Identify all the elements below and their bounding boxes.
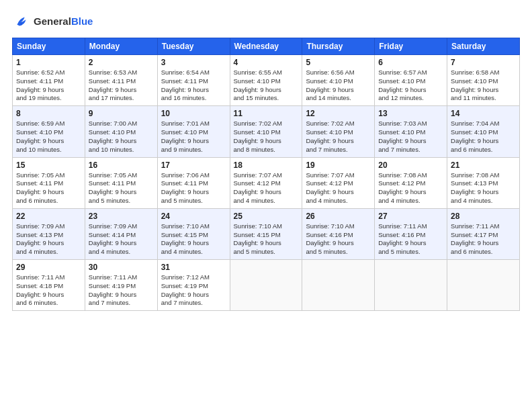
calendar-cell: 19Sunrise: 7:07 AM Sunset: 4:12 PM Dayli…	[302, 157, 375, 208]
day-info: Sunrise: 7:12 AM Sunset: 4:19 PM Dayligh…	[161, 273, 226, 308]
calendar-cell: 28Sunrise: 7:11 AM Sunset: 4:17 PM Dayli…	[447, 208, 520, 259]
calendar-cell: 23Sunrise: 7:09 AM Sunset: 4:14 PM Dayli…	[85, 208, 157, 259]
day-number: 13	[378, 109, 443, 118]
calendar-cell: 15Sunrise: 7:05 AM Sunset: 4:11 PM Dayli…	[13, 157, 85, 208]
day-number: 9	[89, 109, 154, 118]
calendar-cell	[447, 260, 520, 311]
logo-text: GeneralBlue	[34, 15, 93, 28]
calendar-cell: 10Sunrise: 7:01 AM Sunset: 4:10 PM Dayli…	[157, 106, 230, 157]
calendar-cell: 1Sunrise: 6:52 AM Sunset: 4:11 PM Daylig…	[13, 55, 85, 106]
calendar-cell: 14Sunrise: 7:04 AM Sunset: 4:10 PM Dayli…	[447, 106, 520, 157]
col-header-saturday: Saturday	[447, 38, 520, 55]
day-number: 28	[451, 212, 516, 221]
calendar-week-row: 29Sunrise: 7:11 AM Sunset: 4:18 PM Dayli…	[13, 260, 520, 311]
col-header-monday: Monday	[85, 38, 157, 55]
day-info: Sunrise: 7:05 AM Sunset: 4:11 PM Dayligh…	[89, 171, 154, 205]
calendar-cell: 25Sunrise: 7:10 AM Sunset: 4:15 PM Dayli…	[230, 208, 302, 259]
day-info: Sunrise: 7:11 AM Sunset: 4:17 PM Dayligh…	[451, 222, 516, 257]
col-header-sunday: Sunday	[13, 38, 85, 55]
calendar-cell: 8Sunrise: 6:59 AM Sunset: 4:10 PM Daylig…	[13, 106, 85, 157]
day-number: 10	[161, 109, 226, 118]
calendar-cell: 11Sunrise: 7:02 AM Sunset: 4:10 PM Dayli…	[230, 106, 302, 157]
calendar-cell: 7Sunrise: 6:58 AM Sunset: 4:10 PM Daylig…	[447, 55, 520, 106]
calendar-cell: 6Sunrise: 6:57 AM Sunset: 4:10 PM Daylig…	[375, 55, 447, 106]
day-info: Sunrise: 7:07 AM Sunset: 4:12 PM Dayligh…	[306, 171, 371, 205]
day-info: Sunrise: 7:08 AM Sunset: 4:12 PM Dayligh…	[378, 171, 443, 205]
logo: GeneralBlue	[12, 12, 93, 31]
day-info: Sunrise: 7:09 AM Sunset: 4:13 PM Dayligh…	[16, 222, 81, 257]
calendar-cell: 13Sunrise: 7:03 AM Sunset: 4:10 PM Dayli…	[375, 106, 447, 157]
col-header-friday: Friday	[375, 38, 447, 55]
calendar-cell: 12Sunrise: 7:02 AM Sunset: 4:10 PM Dayli…	[302, 106, 375, 157]
day-number: 27	[378, 212, 443, 221]
day-info: Sunrise: 6:57 AM Sunset: 4:10 PM Dayligh…	[378, 68, 443, 103]
calendar-cell: 27Sunrise: 7:11 AM Sunset: 4:16 PM Dayli…	[375, 208, 447, 259]
calendar-week-row: 1Sunrise: 6:52 AM Sunset: 4:11 PM Daylig…	[13, 55, 520, 106]
calendar-cell: 24Sunrise: 7:10 AM Sunset: 4:15 PM Dayli…	[157, 208, 230, 259]
calendar-header-row: SundayMondayTuesdayWednesdayThursdayFrid…	[13, 38, 520, 55]
calendar-cell: 18Sunrise: 7:07 AM Sunset: 4:12 PM Dayli…	[230, 157, 302, 208]
calendar-cell: 22Sunrise: 7:09 AM Sunset: 4:13 PM Dayli…	[13, 208, 85, 259]
day-number: 30	[89, 263, 154, 272]
calendar-cell: 31Sunrise: 7:12 AM Sunset: 4:19 PM Dayli…	[157, 260, 230, 311]
day-info: Sunrise: 7:10 AM Sunset: 4:15 PM Dayligh…	[161, 222, 226, 257]
day-info: Sunrise: 6:53 AM Sunset: 4:11 PM Dayligh…	[89, 68, 154, 103]
day-info: Sunrise: 6:52 AM Sunset: 4:11 PM Dayligh…	[16, 68, 81, 103]
day-info: Sunrise: 7:10 AM Sunset: 4:16 PM Dayligh…	[306, 222, 371, 257]
day-info: Sunrise: 7:05 AM Sunset: 4:11 PM Dayligh…	[16, 171, 81, 205]
day-number: 5	[306, 58, 371, 67]
header: GeneralBlue	[12, 12, 520, 31]
day-number: 20	[378, 161, 443, 170]
col-header-tuesday: Tuesday	[157, 38, 230, 55]
day-info: Sunrise: 7:01 AM Sunset: 4:10 PM Dayligh…	[161, 120, 226, 154]
calendar-cell: 30Sunrise: 7:11 AM Sunset: 4:19 PM Dayli…	[85, 260, 157, 311]
day-number: 22	[16, 212, 81, 221]
day-number: 21	[451, 161, 516, 170]
logo-icon	[12, 12, 31, 31]
day-info: Sunrise: 7:10 AM Sunset: 4:15 PM Dayligh…	[234, 222, 299, 257]
calendar-cell: 29Sunrise: 7:11 AM Sunset: 4:18 PM Dayli…	[13, 260, 85, 311]
day-info: Sunrise: 7:00 AM Sunset: 4:10 PM Dayligh…	[89, 120, 154, 154]
day-number: 17	[161, 161, 226, 170]
day-info: Sunrise: 7:03 AM Sunset: 4:10 PM Dayligh…	[378, 120, 443, 154]
calendar-cell: 3Sunrise: 6:54 AM Sunset: 4:11 PM Daylig…	[157, 55, 230, 106]
day-number: 26	[306, 212, 371, 221]
day-info: Sunrise: 7:02 AM Sunset: 4:10 PM Dayligh…	[234, 120, 299, 154]
calendar-cell: 2Sunrise: 6:53 AM Sunset: 4:11 PM Daylig…	[85, 55, 157, 106]
day-number: 11	[234, 109, 299, 118]
day-number: 24	[161, 212, 226, 221]
calendar-table: SundayMondayTuesdayWednesdayThursdayFrid…	[12, 38, 520, 311]
calendar-cell: 16Sunrise: 7:05 AM Sunset: 4:11 PM Dayli…	[85, 157, 157, 208]
day-info: Sunrise: 7:04 AM Sunset: 4:10 PM Dayligh…	[451, 120, 516, 154]
day-info: Sunrise: 7:11 AM Sunset: 4:18 PM Dayligh…	[16, 273, 81, 308]
day-info: Sunrise: 6:56 AM Sunset: 4:10 PM Dayligh…	[306, 68, 371, 103]
calendar-cell: 26Sunrise: 7:10 AM Sunset: 4:16 PM Dayli…	[302, 208, 375, 259]
day-info: Sunrise: 7:11 AM Sunset: 4:19 PM Dayligh…	[89, 273, 154, 308]
calendar-cell: 4Sunrise: 6:55 AM Sunset: 4:10 PM Daylig…	[230, 55, 302, 106]
calendar-cell: 9Sunrise: 7:00 AM Sunset: 4:10 PM Daylig…	[85, 106, 157, 157]
calendar-cell: 17Sunrise: 7:06 AM Sunset: 4:11 PM Dayli…	[157, 157, 230, 208]
day-number: 12	[306, 109, 371, 118]
day-info: Sunrise: 6:58 AM Sunset: 4:10 PM Dayligh…	[451, 68, 516, 103]
day-number: 16	[89, 161, 154, 170]
day-number: 31	[161, 263, 226, 272]
calendar-cell	[375, 260, 447, 311]
day-info: Sunrise: 6:55 AM Sunset: 4:10 PM Dayligh…	[234, 68, 299, 103]
day-number: 6	[378, 58, 443, 67]
day-info: Sunrise: 6:54 AM Sunset: 4:11 PM Dayligh…	[161, 68, 226, 103]
col-header-thursday: Thursday	[302, 38, 375, 55]
day-number: 7	[451, 58, 516, 67]
calendar-cell	[302, 260, 375, 311]
day-number: 18	[234, 161, 299, 170]
col-header-wednesday: Wednesday	[230, 38, 302, 55]
day-number: 15	[16, 161, 81, 170]
day-number: 8	[16, 109, 81, 118]
day-number: 2	[89, 58, 154, 67]
day-info: Sunrise: 7:09 AM Sunset: 4:14 PM Dayligh…	[89, 222, 154, 257]
day-number: 1	[16, 58, 81, 67]
calendar-cell: 20Sunrise: 7:08 AM Sunset: 4:12 PM Dayli…	[375, 157, 447, 208]
day-info: Sunrise: 7:07 AM Sunset: 4:12 PM Dayligh…	[234, 171, 299, 205]
calendar-cell	[230, 260, 302, 311]
day-info: Sunrise: 6:59 AM Sunset: 4:10 PM Dayligh…	[16, 120, 81, 154]
day-info: Sunrise: 7:02 AM Sunset: 4:10 PM Dayligh…	[306, 120, 371, 154]
